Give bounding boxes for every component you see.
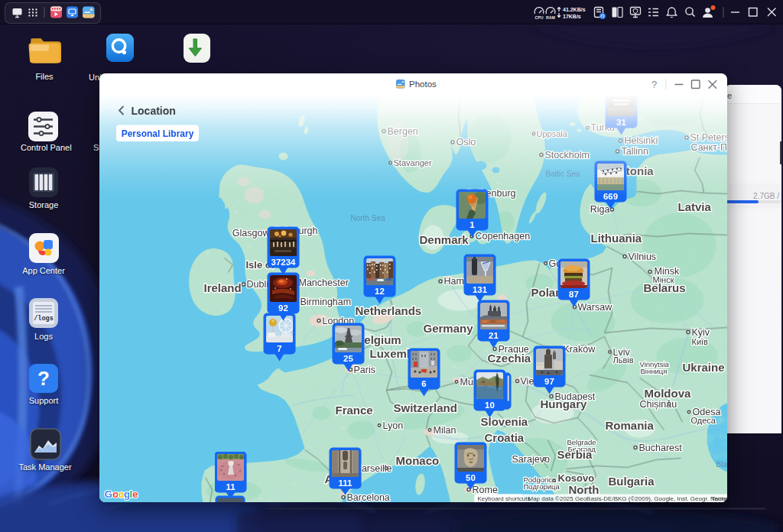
svg-text:Lithuania: Lithuania — [590, 231, 642, 244]
svg-text:Chișinău: Chișinău — [639, 398, 677, 409]
svg-text:Birmingham: Birmingham — [300, 296, 351, 307]
svg-text:Rome: Rome — [472, 484, 497, 495]
svg-text:21: 21 — [489, 330, 499, 339]
svg-text:Kosovo: Kosovo — [557, 472, 594, 483]
svg-text:?: ? — [37, 367, 50, 390]
svg-text:Netherlands: Netherlands — [355, 303, 421, 316]
svg-text:Львів: Львів — [612, 355, 633, 364]
svg-text:Slovenia: Slovenia — [480, 414, 528, 427]
svg-text:Riga: Riga — [590, 203, 609, 214]
svg-text:6: 6 — [421, 378, 426, 388]
svg-text:CPU: CPU — [535, 15, 544, 20]
svg-text:41.2KB/s: 41.2KB/s — [563, 7, 586, 12]
svg-text:North Sea: North Sea — [350, 213, 385, 222]
svg-text:Paris: Paris — [353, 364, 375, 375]
svg-text:Ireland: Ireland — [203, 281, 241, 294]
svg-text:11: 11 — [226, 482, 236, 491]
svg-text:7: 7 — [277, 343, 281, 352]
svg-text:Вінниця: Вінниця — [640, 366, 667, 375]
svg-text:25: 25 — [343, 353, 353, 362]
svg-text:Lyon: Lyon — [382, 420, 403, 430]
svg-text:Bulgaria: Bulgaria — [608, 474, 655, 487]
svg-text:Одеса: Одеса — [690, 415, 716, 424]
svg-text:Vilnius: Vilnius — [628, 251, 656, 261]
svg-text:12: 12 — [375, 286, 385, 295]
svg-text:Map data ©2025 GeoBasis-DE/BKG: Map data ©2025 GeoBasis-DE/BKG (©2009), … — [528, 495, 727, 501]
svg-text:Czechia: Czechia — [487, 351, 531, 364]
svg-text:Black: Black — [716, 459, 727, 468]
svg-text:131: 131 — [472, 284, 487, 294]
svg-text:97: 97 — [544, 376, 554, 385]
svg-text:Ukraine: Ukraine — [682, 360, 724, 373]
svg-text:37234: 37234 — [271, 257, 296, 266]
svg-text:Київ: Київ — [691, 336, 708, 345]
svg-text:Serbia: Serbia — [557, 447, 593, 460]
svg-text:Warsaw: Warsaw — [577, 301, 612, 312]
svg-text:North: North — [568, 482, 599, 495]
svg-text:Bucharest: Bucharest — [638, 442, 682, 453]
svg-text:Photos: Photos — [409, 79, 437, 89]
svg-text:Manchester: Manchester — [298, 277, 348, 287]
svg-text:Croatia: Croatia — [484, 430, 524, 443]
svg-text:Glasgow: Glasgow — [232, 227, 270, 238]
svg-text:Latvia: Latvia — [677, 200, 711, 212]
svg-text:10: 10 — [485, 400, 495, 409]
svg-text:Monaco: Monaco — [395, 453, 439, 466]
svg-text:92: 92 — [278, 303, 288, 312]
svg-text:Location: Location — [131, 104, 175, 116]
svg-text:Kraków: Kraków — [563, 343, 596, 354]
svg-text:Germany: Germany — [423, 321, 473, 334]
svg-text:Personal Library: Personal Library — [121, 128, 193, 138]
svg-text:Kyiv: Kyiv — [691, 326, 710, 337]
svg-text:/logs: /logs — [34, 315, 54, 323]
svg-text:111: 111 — [338, 478, 353, 487]
svg-text:17KB/s: 17KB/s — [563, 14, 581, 19]
svg-text:?: ? — [651, 78, 657, 89]
svg-text:Подгорица: Подгорица — [523, 482, 560, 490]
svg-text:Keyboard shortcuts: Keyboard shortcuts — [477, 495, 530, 501]
svg-text:50: 50 — [466, 472, 476, 482]
svg-text:G: G — [104, 488, 112, 499]
svg-text:Milan: Milan — [433, 424, 456, 435]
svg-text:France: France — [335, 403, 372, 416]
svg-text:87: 87 — [569, 289, 579, 298]
svg-text:Hungary: Hungary — [540, 397, 587, 410]
svg-text:Switzerland: Switzerland — [393, 401, 456, 414]
svg-text:Barcelona: Barcelona — [346, 491, 389, 502]
svg-text:1: 1 — [469, 219, 475, 229]
svg-text:Romania: Romania — [605, 418, 654, 431]
svg-text:RAM: RAM — [546, 15, 555, 20]
svg-text:e: e — [132, 488, 138, 499]
svg-text:Denmark: Denmark — [419, 232, 469, 245]
svg-text:Belarus: Belarus — [643, 281, 685, 294]
svg-text:Terms: Terms — [711, 495, 727, 501]
svg-text:Moldova: Moldova — [644, 386, 690, 399]
svg-text:Copenhagen: Copenhagen — [475, 230, 530, 241]
